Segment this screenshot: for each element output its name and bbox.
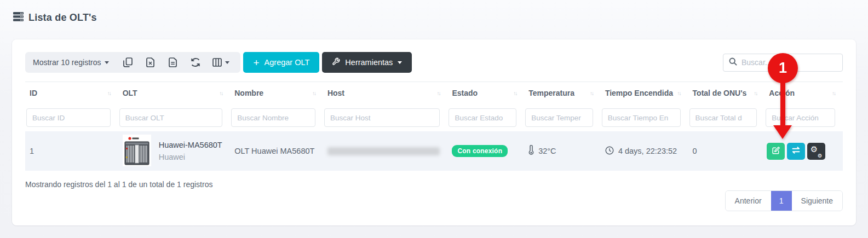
cell-temperatura: 32°C — [524, 145, 601, 157]
column-header-accion[interactable]: Acción↑↓ — [764, 89, 843, 97]
cell-nombre: OLT Huawei MA5680T — [230, 147, 323, 155]
column-visibility-button[interactable] — [206, 52, 235, 73]
add-olt-button[interactable]: + Agregar OLT — [243, 52, 319, 73]
refresh-icon — [191, 57, 200, 67]
table-info-text: Mostrando registros del 1 al 1 de un tot… — [25, 180, 843, 189]
column-header-nombre[interactable]: Nombre↑↓ — [230, 89, 323, 97]
column-header-total-onus[interactable]: Total de ONU's↑↓ — [688, 89, 765, 97]
sort-icons: ↑↓ — [832, 90, 835, 96]
host-redacted-blur — [327, 147, 440, 155]
temperature-value: 32°C — [538, 147, 556, 155]
gears-icon: ⚙⚙ — [812, 147, 821, 155]
filter-accion-input[interactable] — [766, 108, 835, 127]
cell-host — [323, 147, 448, 155]
olt-table: ID↑↓ OLT↑↓ Nombre↑↓ Host↑↓ Estado↑↓ Temp… — [25, 82, 843, 171]
column-header-olt[interactable]: OLT↑↓ — [118, 89, 231, 97]
show-entries-dropdown[interactable]: Mostrar 10 registros — [33, 58, 117, 67]
datatable-buttons-strip: Mostrar 10 registros — [25, 52, 240, 73]
chevron-down-icon — [225, 61, 229, 64]
pagination-previous[interactable]: Anterior — [726, 191, 771, 211]
olt-brand-text: Huawei — [159, 153, 222, 161]
sort-icons: ↑↓ — [590, 90, 593, 96]
status-badge: Con conexión — [452, 145, 508, 157]
pagination-page-1[interactable]: 1 — [771, 191, 792, 211]
filter-total-onus-input[interactable] — [689, 108, 757, 127]
uptime-value: 4 days, 22:23:52 — [618, 147, 677, 155]
excel-export-button[interactable] — [139, 52, 162, 73]
copy-icon — [123, 57, 133, 67]
column-visibility-icon — [212, 58, 222, 67]
add-olt-label: Agregar OLT — [265, 58, 310, 67]
tools-label: Herramientas — [345, 58, 393, 67]
refresh-button[interactable] — [184, 52, 206, 73]
pagination-row: Anterior 1 Siguiente — [25, 190, 843, 211]
page-header: Lista de OLT's — [0, 0, 868, 24]
transfer-olt-button[interactable] — [787, 143, 805, 160]
table-toolbar: Mostrar 10 registros — [25, 52, 843, 73]
pagination: Anterior 1 Siguiente — [725, 190, 843, 211]
wrench-icon — [332, 57, 340, 67]
filter-tiempo-input[interactable] — [602, 108, 681, 127]
olt-model-text: Huawei-MA5680T — [159, 141, 222, 149]
sort-icons: ↑↓ — [107, 90, 111, 96]
filter-estado-input[interactable] — [449, 108, 516, 127]
cell-total-onus: 0 — [688, 147, 765, 155]
filter-nombre-input[interactable] — [231, 108, 315, 127]
transfer-arrows-icon — [792, 147, 800, 155]
show-entries-label: Mostrar 10 registros — [33, 58, 101, 67]
chevron-down-icon — [105, 61, 109, 64]
filter-temperatura-input[interactable] — [525, 108, 593, 127]
column-header-temperatura[interactable]: Temperatura↑↓ — [524, 89, 601, 97]
column-header-host[interactable]: Host↑↓ — [323, 89, 448, 97]
sort-icons: ↑↓ — [754, 90, 757, 96]
page-title: Lista de OLT's — [28, 12, 97, 24]
file-export-icon — [169, 57, 177, 67]
cell-estado: Con conexión — [447, 145, 524, 157]
file-export-button[interactable] — [162, 52, 184, 73]
server-stack-icon — [13, 12, 24, 24]
edit-olt-button[interactable] — [767, 143, 785, 160]
search-input[interactable] — [741, 58, 841, 67]
pagination-next[interactable]: Siguiente — [792, 191, 842, 211]
tools-dropdown-button[interactable]: Herramientas — [322, 52, 412, 73]
filter-olt-input[interactable] — [119, 108, 223, 127]
plus-icon: + — [253, 57, 259, 68]
search-icon — [729, 57, 737, 68]
olt-settings-button[interactable]: ⚙⚙ — [807, 143, 825, 160]
table-filter-row — [25, 104, 843, 131]
edit-pencil-icon — [772, 147, 780, 156]
table-header-row: ID↑↓ OLT↑↓ Nombre↑↓ Host↑↓ Estado↑↓ Temp… — [25, 82, 843, 104]
column-header-id[interactable]: ID↑↓ — [25, 89, 118, 97]
sort-icons: ↑↓ — [677, 90, 681, 96]
excel-export-icon — [146, 57, 154, 67]
column-header-tiempo-encendida[interactable]: Tiempo Encendida↑↓ — [601, 89, 688, 97]
table-row: 1 — [25, 131, 843, 171]
copy-button[interactable] — [117, 52, 139, 73]
cell-olt: Huawei-MA5680T Huawei — [118, 135, 231, 168]
cell-accion: ⚙⚙ — [764, 143, 843, 160]
sort-icons: ↑↓ — [436, 90, 440, 96]
thermometer-icon — [528, 145, 534, 157]
column-header-estado[interactable]: Estado↑↓ — [447, 89, 524, 97]
olt-list-card: Mostrar 10 registros — [12, 39, 856, 225]
cell-tiempo-encendida: 4 days, 22:23:52 — [601, 146, 688, 156]
cell-id: 1 — [25, 147, 118, 155]
sort-icons: ↑↓ — [219, 90, 222, 96]
filter-host-input[interactable] — [324, 108, 440, 127]
clock-icon — [605, 146, 614, 156]
olt-device-image — [123, 135, 151, 168]
sort-icons: ↑↓ — [312, 90, 315, 96]
global-search — [723, 54, 843, 72]
sort-icons: ↑↓ — [513, 90, 516, 96]
chevron-down-icon — [398, 61, 402, 64]
filter-id-input[interactable] — [26, 108, 111, 127]
